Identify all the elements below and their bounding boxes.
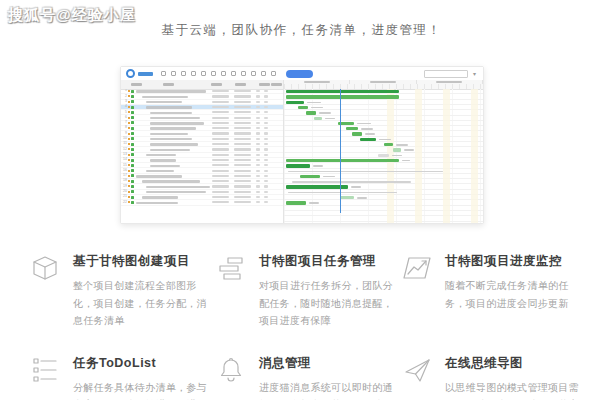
feature-desc: 整个项目创建流程全部图形化，项目创建，任务分配，消息任务清单 — [73, 277, 208, 330]
bell-icon — [216, 355, 246, 385]
gantt-note — [292, 181, 411, 183]
gantt-bar-label — [313, 165, 323, 167]
paper-plane-icon — [402, 355, 432, 385]
gantt-bar-label — [404, 149, 414, 151]
chevron-down-icon: ▾ — [473, 70, 476, 78]
feature-progress-monitor: 甘特图项目进度监控 随着不断完成任务清单的任务，项目的进度会同步更新 — [402, 252, 580, 330]
app-toolbar: ▾ — [121, 67, 483, 81]
gantt-bar-label — [357, 197, 367, 199]
primary-action-button — [286, 70, 313, 78]
gantt-bar — [360, 138, 376, 141]
weekend-stripe — [471, 89, 478, 223]
task-table: 12345678910111213141516171819202122 — [121, 80, 284, 223]
todo-list-icon — [30, 355, 60, 385]
gantt-bar-label — [402, 160, 410, 162]
gantt-bar — [306, 111, 316, 114]
weekend-stripe — [415, 89, 422, 223]
gantt-bar-label — [396, 144, 408, 146]
gantt-bar — [314, 117, 322, 120]
gantt-note — [288, 171, 443, 173]
gantt-bar — [384, 143, 394, 146]
gantt-bar-label — [392, 155, 402, 157]
feature-title: 在线思维导图 — [445, 355, 580, 372]
gantt-bar-label — [309, 202, 319, 204]
gantt-bar — [286, 159, 399, 162]
gantt-bar-label — [357, 123, 371, 125]
app-screenshot: ▾ 12345678910111213141516171819202122 — [120, 66, 484, 224]
gantt-body — [284, 89, 483, 223]
gantt-bar-label — [319, 112, 331, 114]
gantt-bar-label — [311, 107, 323, 109]
gantt-bar — [286, 90, 399, 93]
task-row: 22 — [121, 200, 283, 205]
gantt-bar — [286, 95, 399, 98]
page-title: 基于云端，团队协作，任务清单，进度管理！ — [0, 22, 603, 39]
task-list-icon — [216, 253, 246, 283]
today-line — [340, 89, 341, 213]
feature-desc: 随着不断完成任务清单的任务，项目的进度会同步更新 — [445, 277, 580, 312]
feature-desc: 对项目进行任务拆分，团队分配任务，随时随地消息提醒，项目进度有保障 — [259, 277, 394, 330]
app-body: 12345678910111213141516171819202122 — [121, 80, 483, 223]
weekend-stripe — [443, 89, 450, 223]
feature-title: 任务ToDoList — [73, 355, 208, 372]
app-logo-icon — [126, 69, 135, 78]
app-logo-wordmark — [138, 72, 153, 76]
cube-icon — [30, 253, 60, 283]
gantt-bar — [286, 185, 348, 188]
feature-title: 基于甘特图创建项目 — [73, 253, 208, 270]
feature-desc: 以思维导图的模式管理项目需求，云端同步，团队需求共享 — [445, 379, 580, 400]
feature-todo-list: 任务ToDoList 分解任务具体待办清单，参与者完成任务清单推进任务进度，任务… — [30, 354, 208, 400]
feature-messages: 消息管理 进度猫消息系统可以即时的通知任务参与者，基于微信消息方便快捷 — [216, 354, 394, 400]
feature-title: 甘特图项目任务管理 — [259, 253, 394, 270]
feature-grid: 基于甘特图创建项目 整个项目创建流程全部图形化，项目创建，任务分配，消息任务清单… — [30, 252, 580, 400]
gantt-bar-label — [307, 102, 321, 104]
task-table-rows: 12345678910111213141516171819202122 — [121, 89, 283, 223]
gantt-chart — [284, 80, 483, 223]
view-select — [424, 70, 468, 78]
gantt-bar-label — [351, 186, 361, 188]
toolbar-icons — [161, 71, 276, 77]
gantt-bar — [298, 106, 308, 109]
gantt-note — [288, 192, 397, 194]
gantt-bar — [286, 201, 306, 204]
trend-chart-icon — [402, 253, 432, 283]
gantt-bar — [286, 101, 304, 104]
feature-create-project: 基于甘特图创建项目 整个项目创建流程全部图形化，项目创建，任务分配，消息任务清单 — [30, 252, 208, 330]
feature-desc: 进度猫消息系统可以即时的通知任务参与者，基于微信消息方便快捷 — [259, 379, 394, 400]
gantt-bar — [340, 196, 354, 199]
gantt-bar-label — [325, 118, 335, 120]
gantt-bar — [286, 164, 310, 167]
feature-mind-map: 在线思维导图 以思维导图的模式管理项目需求，云端同步，团队需求共享 — [402, 354, 580, 400]
gantt-bar — [352, 132, 362, 135]
gantt-bar-label — [365, 133, 375, 135]
gantt-bar — [393, 148, 401, 151]
feature-title: 消息管理 — [259, 355, 394, 372]
gantt-bar — [378, 154, 390, 157]
gantt-bar-label — [361, 128, 373, 130]
feature-desc: 分解任务具体待办清单，参与者完成任务清单推进任务进度，任务进度自动化 — [73, 379, 208, 400]
feature-title: 甘特图项目进度监控 — [445, 253, 580, 270]
gantt-bar — [300, 175, 320, 178]
page: { "watermark": { "text": "搜狐号@经验小屋" }, "… — [0, 0, 603, 400]
gantt-bar-label — [323, 176, 335, 178]
feature-task-management: 甘特图项目任务管理 对项目进行任务拆分，团队分配任务，随时随地消息提醒，项目进度… — [216, 252, 394, 330]
gantt-bar — [346, 127, 358, 130]
